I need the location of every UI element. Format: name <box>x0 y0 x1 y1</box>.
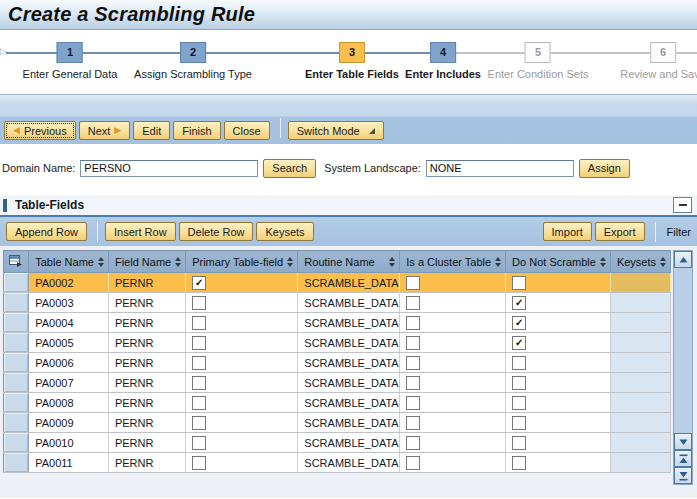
cell-primary-table-field <box>186 333 298 353</box>
import-button[interactable]: Import <box>543 222 592 241</box>
primary-table-field-checkbox[interactable] <box>192 336 206 350</box>
collapse-tray-button[interactable] <box>673 197 692 213</box>
page-down-button[interactable] <box>674 467 692 484</box>
roadmap-step-label: Enter Includes <box>405 68 481 80</box>
do-not-scramble-checkbox[interactable] <box>512 316 526 330</box>
column-header-table-name[interactable]: Table Name <box>29 251 109 273</box>
primary-table-field-checkbox[interactable] <box>192 356 206 370</box>
filter-link[interactable]: Filter <box>667 226 691 238</box>
scroll-up-button[interactable] <box>674 251 692 268</box>
do-not-scramble-checkbox[interactable] <box>512 376 526 390</box>
next-button[interactable]: Next ▶ <box>79 121 131 140</box>
cell-routine-name: SCRAMBLE_DATA <box>298 453 400 473</box>
primary-table-field-checkbox[interactable] <box>192 296 206 310</box>
cluster-table-checkbox[interactable] <box>406 396 420 410</box>
row-selector[interactable] <box>4 433 29 453</box>
cell-routine-name: SCRAMBLE_DATA <box>298 393 400 413</box>
primary-table-field-checkbox[interactable] <box>192 456 206 470</box>
sort-up-down-icon[interactable] <box>175 257 181 267</box>
roadmap-step-label: Enter General Data <box>23 68 118 80</box>
previous-button[interactable]: ◀ Previous <box>4 121 76 140</box>
cluster-table-checkbox[interactable] <box>406 456 420 470</box>
do-not-scramble-checkbox[interactable] <box>512 296 526 310</box>
do-not-scramble-checkbox[interactable] <box>512 336 526 350</box>
sort-up-down-icon[interactable] <box>287 257 293 267</box>
primary-table-field-checkbox[interactable] <box>192 276 206 290</box>
cluster-table-checkbox[interactable] <box>406 296 420 310</box>
column-header-keysets[interactable]: Keysets <box>610 251 671 273</box>
do-not-scramble-checkbox[interactable] <box>512 416 526 430</box>
cluster-table-checkbox[interactable] <box>406 336 420 350</box>
cluster-table-checkbox[interactable] <box>406 376 420 390</box>
primary-table-field-checkbox[interactable] <box>192 396 206 410</box>
do-not-scramble-checkbox[interactable] <box>512 396 526 410</box>
window-titlebar: Create a Scrambling Rule <box>0 0 697 30</box>
row-selector[interactable] <box>4 373 29 393</box>
cluster-table-checkbox[interactable] <box>406 436 420 450</box>
row-selector[interactable] <box>4 313 29 333</box>
edit-button[interactable]: Edit <box>133 121 170 140</box>
domain-name-label: Domain Name: <box>2 162 75 174</box>
roadmap-step-4[interactable]: 4Enter Includes <box>405 42 481 80</box>
system-landscape-input[interactable] <box>426 160 574 177</box>
delete-row-button[interactable]: Delete Row <box>179 222 254 241</box>
row-selector[interactable] <box>4 413 29 433</box>
do-not-scramble-checkbox[interactable] <box>512 456 526 470</box>
roadmap-step-2[interactable]: 2Assign Scrambling Type <box>134 42 252 80</box>
cell-routine-name: SCRAMBLE_DATA <box>298 353 400 373</box>
toolbar-separator <box>655 222 656 242</box>
scrollbar-track[interactable] <box>674 268 692 433</box>
keysets-button[interactable]: Keysets <box>256 222 313 241</box>
sort-up-down-icon[interactable] <box>98 257 104 267</box>
sort-up-down-icon[interactable] <box>660 257 666 267</box>
row-selector[interactable] <box>4 393 29 413</box>
finish-button[interactable]: Finish <box>173 121 220 140</box>
column-header-field-name[interactable]: Field Name <box>108 251 185 273</box>
table-options-header[interactable] <box>4 251 29 273</box>
primary-table-field-checkbox[interactable] <box>192 416 206 430</box>
primary-table-field-checkbox[interactable] <box>192 376 206 390</box>
primary-table-field-checkbox[interactable] <box>192 436 206 450</box>
close-button[interactable]: Close <box>224 121 270 140</box>
do-not-scramble-checkbox[interactable] <box>512 276 526 290</box>
sort-up-down-icon[interactable] <box>600 257 606 267</box>
row-selector[interactable] <box>4 273 29 293</box>
do-not-scramble-checkbox[interactable] <box>512 436 526 450</box>
scroll-down-button[interactable] <box>674 433 692 450</box>
row-selector[interactable] <box>4 293 29 313</box>
roadmap-step-number: 4 <box>430 42 456 63</box>
column-header-inner: Field Name <box>115 256 181 268</box>
column-header-routine-name[interactable]: Routine Name <box>298 251 400 273</box>
menu-triangle-icon <box>369 128 375 134</box>
cluster-table-checkbox[interactable] <box>406 416 420 430</box>
row-selector[interactable] <box>4 453 29 473</box>
table-scrollbar[interactable] <box>673 250 693 485</box>
primary-table-field-checkbox[interactable] <box>192 316 206 330</box>
cell-field-name: PERNR <box>108 293 185 313</box>
search-button[interactable]: Search <box>263 159 316 178</box>
row-selector[interactable] <box>4 333 29 353</box>
export-button[interactable]: Export <box>595 222 645 241</box>
row-selector[interactable] <box>4 353 29 373</box>
column-header-is-a-cluster-table[interactable]: Is a Cluster Table <box>400 251 506 273</box>
roadmap-step-3[interactable]: 3Enter Table Fields <box>305 42 399 80</box>
column-header-primary-table-field[interactable]: Primary Table-field <box>186 251 298 273</box>
assign-button[interactable]: Assign <box>579 159 630 178</box>
cluster-table-checkbox[interactable] <box>406 356 420 370</box>
cell-table-name: PA0003 <box>29 293 109 313</box>
roadmap-step-1[interactable]: 1Enter General Data <box>23 42 118 80</box>
scrambling-rule-page: { "page": { "title": "Create a Scramblin… <box>0 0 697 499</box>
page-up-button[interactable] <box>674 450 692 467</box>
append-row-button[interactable]: Append Row <box>6 222 87 241</box>
do-not-scramble-checkbox[interactable] <box>512 356 526 370</box>
cell-field-name: PERNR <box>108 273 185 293</box>
sort-up-down-icon[interactable] <box>495 257 501 267</box>
switch-mode-button[interactable]: Switch Mode <box>288 121 384 140</box>
insert-row-button[interactable]: Insert Row <box>105 222 176 241</box>
sort-up-down-icon[interactable] <box>389 257 395 267</box>
domain-name-input[interactable] <box>80 160 258 177</box>
cluster-table-checkbox[interactable] <box>406 276 420 290</box>
column-header-do-not-scramble[interactable]: Do Not Scramble <box>506 251 611 273</box>
cluster-table-checkbox[interactable] <box>406 316 420 330</box>
left-arrow-icon: ◀ <box>13 126 20 135</box>
